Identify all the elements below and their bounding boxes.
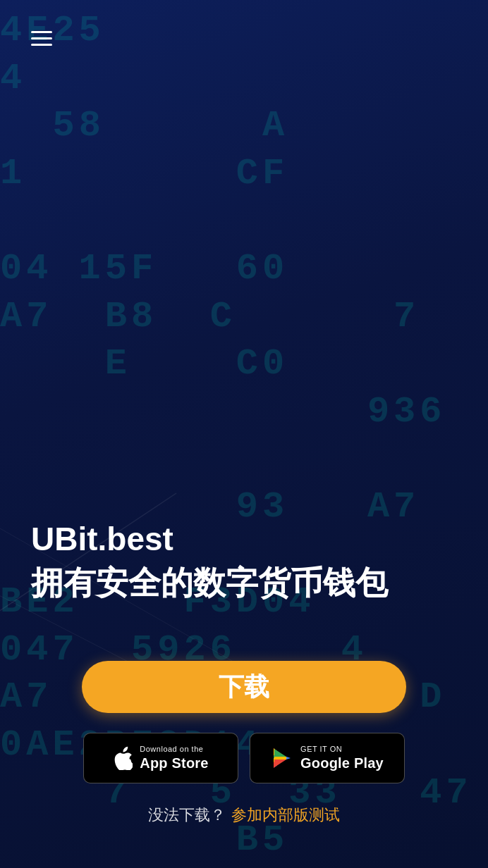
cant-download-row: 没法下载？ 参加内部版测试 bbox=[148, 805, 340, 826]
store-badges-row: Download on the App Store bbox=[83, 733, 405, 783]
hero-section: UBit.best 拥有安全的数字货币钱包 bbox=[0, 517, 488, 604]
google-play-badge[interactable]: GET IT ON Google Play bbox=[250, 733, 405, 783]
cant-download-label: 没法下载？ bbox=[148, 805, 226, 826]
google-play-icon bbox=[271, 747, 293, 769]
app-store-text: Download on the App Store bbox=[140, 745, 208, 771]
menu-line-3 bbox=[31, 44, 52, 46]
hero-tagline: 拥有安全的数字货币钱包 bbox=[31, 564, 388, 601]
app-store-badge[interactable]: Download on the App Store bbox=[83, 733, 238, 783]
hero-title: UBit.best 拥有安全的数字货币钱包 bbox=[31, 517, 457, 604]
apple-icon bbox=[113, 746, 133, 770]
brand-name: UBit.best bbox=[31, 521, 173, 557]
menu-line-1 bbox=[31, 31, 52, 33]
google-play-text: GET IT ON Google Play bbox=[300, 745, 384, 771]
menu-line-2 bbox=[31, 37, 52, 39]
beta-link[interactable]: 参加内部版测试 bbox=[231, 805, 340, 826]
hamburger-menu[interactable] bbox=[31, 31, 52, 46]
main-content: UBit.best 拥有安全的数字货币钱包 下载 Download on the… bbox=[0, 517, 488, 826]
download-button[interactable]: 下载 bbox=[82, 661, 406, 713]
